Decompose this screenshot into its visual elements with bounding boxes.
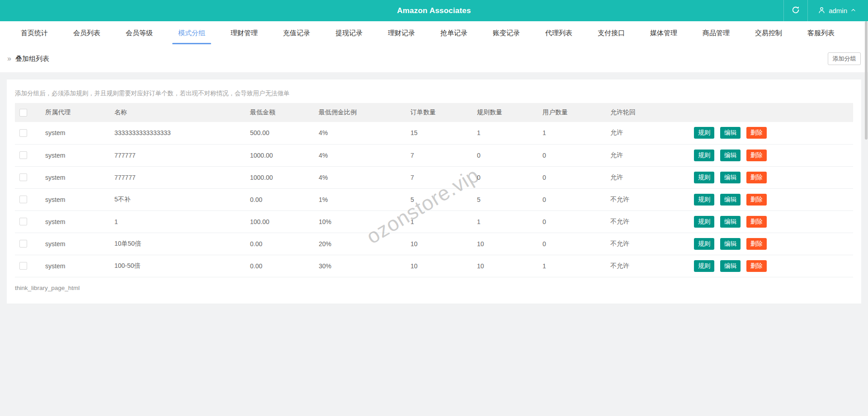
- cell-orders: 5: [410, 188, 477, 210]
- row-checkbox[interactable]: [19, 196, 27, 203]
- app-root: Amazon Associates ad: [0, 0, 868, 416]
- refresh-icon: [791, 5, 800, 16]
- cell-min-amount: 0.00: [250, 188, 319, 210]
- row-select-cell: [15, 144, 45, 166]
- nav-tab-9[interactable]: 账变记录: [480, 21, 533, 45]
- user-name: admin: [829, 7, 847, 14]
- nav-tab-label: 模式分组: [178, 29, 205, 37]
- edit-button[interactable]: 编辑: [720, 238, 741, 250]
- nav-tab-label: 理财记录: [388, 29, 415, 37]
- nav-tab-7[interactable]: 理财记录: [375, 21, 428, 45]
- select-all-checkbox[interactable]: [19, 109, 27, 117]
- cell-name: 1: [114, 210, 250, 233]
- top-bar: Amazon Associates ad: [0, 0, 868, 21]
- nav-tab-12[interactable]: 媒体管理: [637, 21, 690, 45]
- delete-button[interactable]: 删除: [746, 260, 767, 272]
- delete-button[interactable]: 删除: [746, 150, 767, 161]
- edit-button[interactable]: 编辑: [720, 172, 741, 183]
- nav-tab-1[interactable]: 会员列表: [61, 21, 113, 45]
- cell-rules: 0: [477, 144, 542, 166]
- nav-tab-label: 首页统计: [21, 29, 48, 37]
- nav-tab-10[interactable]: 代理列表: [533, 21, 585, 45]
- cell-min-commission: 30%: [319, 255, 410, 277]
- nav-tab-8[interactable]: 抢单记录: [428, 21, 480, 45]
- row-checkbox[interactable]: [19, 173, 27, 181]
- table-row: system 1 100.00 10% 1 1 0 不允许 规则 编辑 删除: [15, 210, 853, 233]
- cell-min-commission: 20%: [319, 233, 410, 255]
- delete-button[interactable]: 删除: [746, 216, 767, 228]
- edit-button[interactable]: 编辑: [720, 150, 741, 161]
- cell-users: 1: [542, 122, 610, 144]
- rule-button[interactable]: 规则: [694, 150, 714, 161]
- cell-actions: 规则 编辑 删除: [694, 166, 853, 188]
- cell-recycle: 允许: [610, 122, 694, 144]
- nav-tab-4[interactable]: 理财管理: [218, 21, 270, 45]
- column-header-0: 所属代理: [45, 103, 114, 122]
- rule-button[interactable]: 规则: [694, 238, 714, 250]
- breadcrumb-caret-icon: »: [7, 55, 11, 63]
- delete-button[interactable]: 删除: [746, 172, 767, 183]
- row-checkbox[interactable]: [19, 129, 27, 137]
- nav-tab-5[interactable]: 充值记录: [270, 21, 323, 45]
- vertical-scrollbar-thumb[interactable]: [865, 21, 868, 140]
- rule-button[interactable]: 规则: [694, 260, 714, 272]
- delete-button[interactable]: 删除: [746, 194, 767, 206]
- cell-users: 0: [542, 166, 610, 188]
- cell-actions: 规则 编辑 删除: [694, 210, 853, 233]
- nav-tab-label: 商品管理: [703, 29, 730, 37]
- rule-button[interactable]: 规则: [694, 172, 714, 183]
- rule-button[interactable]: 规则: [694, 194, 714, 206]
- column-header-2: 最低金额: [250, 103, 319, 122]
- delete-button[interactable]: 删除: [746, 127, 767, 139]
- nav-tab-13[interactable]: 商品管理: [690, 21, 742, 45]
- refresh-button[interactable]: [784, 0, 807, 21]
- nav-tab-11[interactable]: 支付接口: [585, 21, 637, 45]
- spacer: [0, 72, 868, 79]
- cell-rules: 1: [477, 122, 542, 144]
- column-header-5: 规则数量: [477, 103, 542, 122]
- nav-tab-3[interactable]: 模式分组: [165, 21, 218, 45]
- row-checkbox[interactable]: [19, 240, 27, 248]
- cell-agent: system: [45, 144, 114, 166]
- edit-button[interactable]: 编辑: [720, 127, 741, 139]
- row-checkbox[interactable]: [19, 151, 27, 159]
- edit-button[interactable]: 编辑: [720, 216, 741, 228]
- cell-rules: 0: [477, 166, 542, 188]
- nav-tab-0[interactable]: 首页统计: [8, 21, 61, 45]
- cell-min-commission: 10%: [319, 210, 410, 233]
- row-select-cell: [15, 122, 45, 144]
- rule-button[interactable]: 规则: [694, 127, 714, 139]
- nav-tab-15[interactable]: 客服列表: [795, 21, 847, 45]
- nav-tab-label: 会员列表: [73, 29, 100, 37]
- cell-users: 0: [542, 210, 610, 233]
- table-row: system 10单50倍 0.00 20% 10 10 0 不允许 规则 编辑…: [15, 233, 853, 255]
- add-group-button[interactable]: 添加分组: [828, 52, 861, 65]
- cell-recycle: 允许: [610, 166, 694, 188]
- edit-button[interactable]: 编辑: [720, 194, 741, 206]
- cell-users: 0: [542, 188, 610, 210]
- row-select-cell: [15, 255, 45, 277]
- nav-tab-2[interactable]: 会员等级: [113, 21, 165, 45]
- row-checkbox[interactable]: [19, 262, 27, 270]
- row-select-cell: [15, 188, 45, 210]
- row-checkbox[interactable]: [19, 218, 27, 225]
- nav-tab-14[interactable]: 交易控制: [742, 21, 795, 45]
- table-header: 所属代理名称最低金额最低佣金比例订单数量规则数量用户数量允许轮回: [15, 103, 853, 122]
- page-footer-text: think_library_page_html: [15, 285, 853, 291]
- cell-name: 3333333333333333: [114, 122, 250, 144]
- user-menu[interactable]: admin: [808, 0, 868, 21]
- cell-users: 0: [542, 144, 610, 166]
- rule-button[interactable]: 规则: [694, 216, 714, 228]
- edit-button[interactable]: 编辑: [720, 260, 741, 272]
- cell-name: 5不补: [114, 188, 250, 210]
- cell-min-amount: 0.00: [250, 233, 319, 255]
- cell-agent: system: [45, 166, 114, 188]
- nav-tab-label: 交易控制: [755, 29, 782, 37]
- column-header-7: 允许轮回: [610, 103, 694, 122]
- cell-min-commission: 4%: [319, 166, 410, 188]
- nav-tab-6[interactable]: 提现记录: [323, 21, 375, 45]
- cell-orders: 15: [410, 122, 477, 144]
- delete-button[interactable]: 删除: [746, 238, 767, 250]
- nav-tab-label: 抢单记录: [440, 29, 467, 37]
- cell-agent: system: [45, 210, 114, 233]
